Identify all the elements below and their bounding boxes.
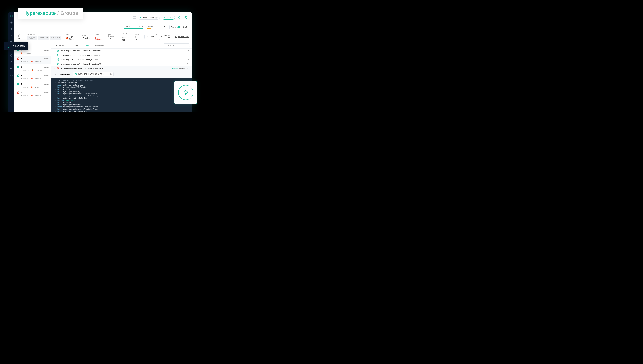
toggle-right: New UI: [182, 26, 188, 28]
documentation-link[interactable]: 🗎 Documentation: [175, 36, 188, 38]
job-tests-col: Tests Executed 154: [108, 34, 116, 40]
code-line: 4import java.net.MalformedURLException;: [51, 86, 192, 88]
label-chip[interactable]: Hypertest_UI: [38, 36, 49, 40]
label-chip[interactable]: Success_Log: [50, 36, 61, 40]
folder-icon[interactable]: [10, 74, 13, 77]
toggle-switch-icon[interactable]: [177, 26, 182, 28]
line-number: 8: [51, 95, 58, 97]
test-assoc-label: Tests associated (1):: [54, 73, 71, 75]
chevron-right-icon[interactable]: ›: [54, 50, 56, 52]
ui-toggle[interactable]: Classic New UI: [170, 25, 190, 29]
code-line: 15import org.testng.annotations.BeforeTe…: [51, 110, 192, 112]
group-item[interactable]: 5 3hrs ago ◔14m 2s• 🍎 High Sierra: [14, 81, 51, 90]
chevron-right-icon[interactable]: ›: [54, 54, 56, 56]
line-number: 10: [51, 99, 58, 101]
dashboard-icon[interactable]: [10, 21, 13, 24]
line-number: 5: [51, 88, 58, 90]
group-os: High Sierra: [34, 95, 42, 96]
group-id: 5: [21, 83, 22, 85]
log-row[interactable]: › src/main/java/Features/googlesearch_4.…: [51, 57, 192, 62]
arrow-up-icon: ↑: [164, 16, 165, 19]
stat-queued: Queued 7/25: [147, 26, 165, 28]
test-pill[interactable]: 3MCY9-4G1HH-VPMBC-NOHEG ↗ ◔2m 5s: [73, 72, 114, 76]
test-associated: Tests associated (1): 3MCY9-4G1HH-VPMBC-…: [51, 70, 192, 78]
group-duration: 14m 2s: [23, 61, 28, 62]
tunnels-count: 3: [155, 16, 158, 18]
label-chip[interactable]: Automation UI V2.0: [27, 36, 37, 40]
job-duration-col: Duration 3m 21s: [134, 33, 139, 40]
check-circle-icon: [57, 54, 59, 56]
job-labels-col: Job Label(s) Automation UI V2.0 Hypertes…: [27, 33, 61, 40]
chevron-right-icon[interactable]: ›: [54, 63, 56, 65]
bell-icon[interactable]: [177, 15, 182, 20]
groups-panel: Group(s) 1 3hrs ago 🍎 High Sierra 2 4hrs…: [14, 42, 51, 112]
log-row[interactable]: › src/main/java/Features/googlesearch_5.…: [51, 53, 192, 57]
svg-point-27: [186, 17, 186, 18]
logo-icon[interactable]: [10, 14, 13, 18]
profile-icon[interactable]: [184, 15, 188, 20]
code-text: import org.openqa.selenium.By;: [58, 104, 192, 106]
tab-pre-steps[interactable]: Pre steps: [68, 42, 81, 48]
copy-button[interactable]: ⧉ Copy: [180, 67, 185, 69]
docs-label: Documentation: [178, 36, 188, 38]
log-name: src/main/java/Features/googlesearch_4.fe…: [61, 58, 185, 60]
tab-discovery[interactable]: Discovery: [53, 42, 67, 48]
matrix-icon: ⊞: [82, 37, 84, 39]
apple-icon: 🍎: [31, 61, 33, 62]
log-name: src/main/java/Features/googlesearch_5.fe…: [61, 54, 184, 56]
job-meta: Job ID #7 Job Label(s) Automation UI V2.…: [14, 31, 192, 42]
group-item[interactable]: 3 5hrs ago ◔14m 21s• 🍎 High Sierra: [14, 64, 51, 73]
log-row[interactable]: › src/main/java/Features/googlesearch_4.…: [51, 48, 192, 53]
group-item[interactable]: 2 4hrs ago ◔14m 2s• 🍎 High Sierra: [14, 56, 51, 64]
svg-point-1: [9, 46, 9, 46]
code-text: import org.testng.annotations.BeforeTest…: [58, 110, 192, 112]
code-line: 3import org.testng.annotations.Test;: [51, 84, 192, 86]
chevron-down-icon[interactable]: ⌄: [54, 67, 56, 69]
code-text: public class Lambdatest {: [58, 99, 192, 101]
chevron-right-icon[interactable]: ›: [54, 58, 56, 60]
clock-icon: ◔: [21, 61, 22, 62]
log-row[interactable]: ⌄ src/main/java/Features/googlesearch_4.…: [51, 66, 192, 70]
code-line: 10public class Lambdatest {: [51, 99, 192, 102]
apple-icon: 🍎: [32, 69, 34, 71]
stats-row: Parallel 25/25 Queued 7/25 Classic New U…: [14, 23, 192, 31]
job-status-col: Status 2 Failures: [95, 33, 102, 40]
job-os-label: Job OS: [66, 33, 77, 35]
battery-icon-2[interactable]: [10, 34, 13, 37]
line-number: 14: [51, 108, 58, 110]
upgrade-button[interactable]: ↑ Upgrade: [162, 16, 175, 20]
log-row[interactable]: › src/main/java/Features/googlesearch_4.…: [51, 62, 192, 66]
tunnels-label: Tunnels Active: [142, 16, 154, 19]
list-icon[interactable]: [10, 54, 13, 57]
download-report-button[interactable]: 🗎 Download Report: [159, 34, 173, 40]
body-split: Group(s) 1 3hrs ago 🍎 High Sierra 2 4hrs…: [14, 42, 192, 112]
parallel-value: 25/25: [138, 26, 143, 28]
tab-post-steps[interactable]: Post steps: [92, 42, 107, 48]
log-name: src/main/java/Features/googlesearch_4.fe…: [61, 67, 169, 69]
clock-icon: ◔: [21, 95, 22, 96]
automation-badge: Automation: [4, 42, 28, 50]
battery-icon[interactable]: [10, 28, 13, 31]
check-icon: [74, 73, 77, 75]
download-label: Download Report: [164, 35, 171, 39]
group-item[interactable]: 4 5hrs ago ◔14m 2s• 🍎 High Sierra: [14, 73, 51, 81]
group-duration: 14m 2s: [23, 86, 28, 88]
bug-icon[interactable]: [10, 60, 13, 64]
job-tests-label: Tests Executed: [108, 34, 116, 37]
status-dot-icon: [140, 17, 141, 18]
log-duration: 50s: [187, 50, 190, 52]
group-item[interactable]: 6 2hrs ago ◔14m 2s• 🍎 High Sierra: [14, 90, 51, 98]
code-line: 2cd/path/to/the/test/directory: [51, 82, 192, 84]
grid-view-icon[interactable]: [133, 16, 136, 19]
tunnels-pill[interactable]: Tunnels Active 3: [138, 16, 160, 20]
external-link-icon[interactable]: ↗: [103, 73, 105, 75]
clock-icon: ◔: [21, 86, 22, 88]
line-number: 1: [51, 80, 58, 82]
search-input[interactable]: [164, 44, 190, 47]
code-text: import java.net.MalformedURLException;: [58, 86, 192, 88]
tab-logs[interactable]: Logs: [82, 42, 92, 48]
code-line: 5import java.net.URL;: [51, 88, 192, 90]
job-id-value: #7: [18, 38, 22, 40]
window-icon[interactable]: [10, 67, 13, 70]
artifacts-button[interactable]: 🗎 Artifacts 1: [144, 34, 157, 39]
